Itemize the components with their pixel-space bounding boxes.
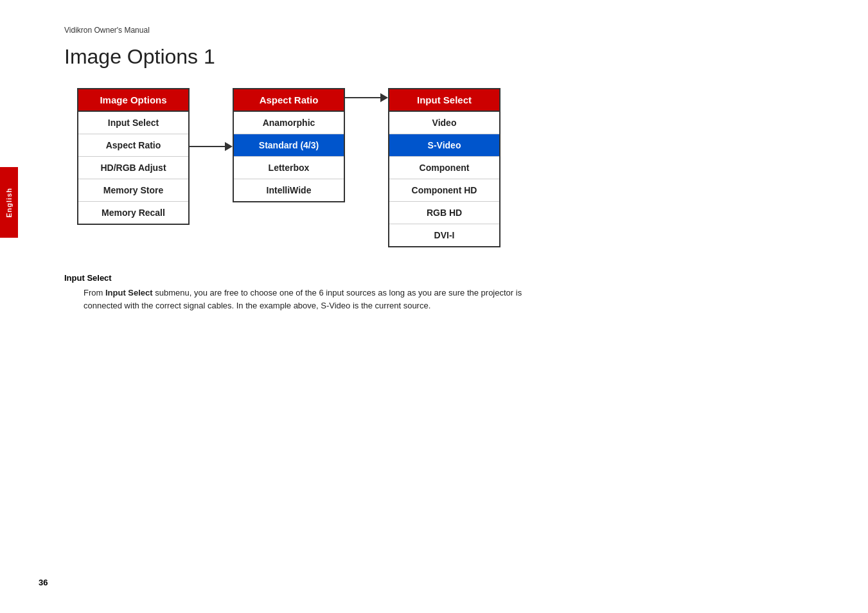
arrow-to-input-select: [345, 93, 388, 102]
menu-item-svideo[interactable]: S-Video: [389, 134, 499, 157]
page-number: 36: [39, 578, 48, 587]
description-bold: Input Select: [105, 288, 153, 298]
description-section: Input Select From Input Select submenu, …: [64, 273, 829, 312]
menu-item-video[interactable]: Video: [389, 112, 499, 134]
input-select-header: Input Select: [389, 89, 499, 112]
sidebar-label: English: [5, 188, 13, 218]
description-text: From Input Select submenu, you are free …: [84, 287, 546, 312]
menu-item-input-select[interactable]: Input Select: [78, 112, 188, 134]
menu-item-letterbox[interactable]: Letterbox: [234, 157, 344, 179]
menu-item-dvi-i[interactable]: DVI-I: [389, 224, 499, 246]
description-title: Input Select: [64, 273, 829, 283]
sidebar-tab: English: [0, 167, 18, 238]
arrow-to-aspect-ratio: [190, 142, 233, 151]
aspect-ratio-header: Aspect Ratio: [234, 89, 344, 112]
menu-item-standard[interactable]: Standard (4/3): [234, 134, 344, 157]
menu-item-rgb-hd[interactable]: RGB HD: [389, 202, 499, 224]
page-title: Image Options 1: [64, 45, 829, 69]
menu-item-intelliwide[interactable]: IntelliWide: [234, 179, 344, 201]
doc-header: Vidikron Owner's Manual: [64, 26, 829, 35]
image-options-header: Image Options: [78, 89, 188, 112]
image-options-menu: Image Options Input Select Aspect Ratio …: [77, 88, 190, 225]
menu-item-memory-store[interactable]: Memory Store: [78, 179, 188, 202]
menu-item-component[interactable]: Component: [389, 157, 499, 179]
aspect-ratio-menu: Aspect Ratio Anamorphic Standard (4/3) L…: [233, 88, 345, 202]
menu-item-memory-recall[interactable]: Memory Recall: [78, 202, 188, 224]
input-select-menu: Input Select Video S-Video Component Com…: [388, 88, 500, 247]
diagram-area: Image Options Input Select Aspect Ratio …: [64, 88, 829, 247]
menu-item-hd-rgb-adjust[interactable]: HD/RGB Adjust: [78, 157, 188, 179]
menu-item-anamorphic[interactable]: Anamorphic: [234, 112, 344, 134]
menu-item-component-hd[interactable]: Component HD: [389, 179, 499, 202]
menu-item-aspect-ratio[interactable]: Aspect Ratio: [78, 134, 188, 157]
